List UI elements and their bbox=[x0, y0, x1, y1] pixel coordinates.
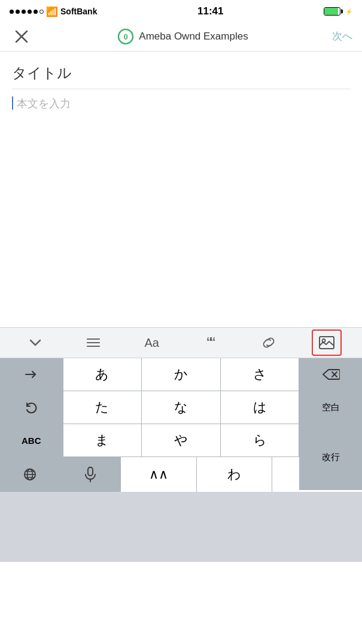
body-input[interactable]: 本文を入力 bbox=[12, 96, 350, 111]
link-icon bbox=[261, 335, 276, 350]
key-ma[interactable]: ま bbox=[63, 424, 142, 456]
keyboard-row-2: た な は 空白 bbox=[0, 391, 362, 424]
key-enter[interactable]: 改行 bbox=[299, 424, 362, 490]
key-space[interactable]: 空白 bbox=[299, 391, 362, 424]
key-undo[interactable] bbox=[0, 391, 63, 424]
close-button[interactable] bbox=[10, 25, 34, 49]
quote-button[interactable]: ““ bbox=[195, 329, 225, 356]
nav-center: 0 Ameba Ownd Examples bbox=[117, 28, 248, 45]
key-a-label: あ bbox=[95, 365, 109, 383]
toolbar: Aa ““ bbox=[0, 327, 362, 358]
collapse-button[interactable] bbox=[20, 329, 50, 356]
keyboard-row-1: あ か さ bbox=[0, 358, 362, 391]
dot2 bbox=[16, 10, 20, 14]
key-space-label: 空白 bbox=[322, 402, 340, 413]
chevron-down-icon bbox=[28, 335, 42, 350]
key-ta-label: た bbox=[95, 398, 109, 416]
key-dakuten[interactable]: ∧∧ bbox=[121, 457, 196, 492]
arrow-right-icon bbox=[25, 369, 38, 380]
content-area: タイトル 本文を入力 bbox=[0, 52, 362, 327]
microphone-icon bbox=[84, 467, 97, 482]
dot4 bbox=[28, 10, 32, 14]
key-sa-label: さ bbox=[253, 365, 267, 383]
dot6 bbox=[39, 10, 44, 14]
key-ra-label: ら bbox=[253, 431, 267, 449]
nav-title: Ameba Ownd Examples bbox=[139, 31, 248, 43]
signal-dots bbox=[10, 10, 44, 14]
backspace-icon bbox=[322, 368, 340, 381]
body-placeholder: 本文を入力 bbox=[17, 96, 71, 111]
status-left: 📶 SoftBank bbox=[10, 6, 97, 17]
font-label: Aa bbox=[145, 336, 159, 350]
key-abc[interactable]: ABC bbox=[0, 424, 63, 456]
key-wa-label: わ bbox=[227, 465, 241, 483]
lightning-icon: ⚡ bbox=[345, 8, 352, 15]
keyboard-row-3: ABC ま や ら 改行 bbox=[0, 424, 362, 457]
globe-icon bbox=[23, 467, 37, 482]
key-mic[interactable] bbox=[60, 457, 121, 492]
status-time: 11:41 bbox=[197, 5, 223, 17]
key-ka-label: か bbox=[174, 365, 188, 383]
key-globe[interactable] bbox=[0, 457, 60, 492]
svg-rect-7 bbox=[320, 337, 334, 349]
ameba-logo-icon: 0 bbox=[117, 28, 134, 45]
status-bar: 📶 SoftBank 11:41 ⚡ bbox=[0, 0, 362, 22]
key-wa[interactable]: わ bbox=[197, 457, 272, 492]
link-button[interactable] bbox=[254, 329, 284, 356]
key-arrow-right[interactable] bbox=[0, 358, 63, 391]
dot3 bbox=[22, 10, 26, 14]
key-na-label: な bbox=[174, 398, 188, 416]
dot5 bbox=[34, 10, 38, 14]
wifi-icon: 📶 bbox=[46, 6, 58, 17]
nav-bar: 0 Ameba Ownd Examples 次へ bbox=[0, 22, 362, 52]
close-icon bbox=[15, 30, 28, 43]
battery-icon bbox=[324, 7, 340, 16]
key-ka[interactable]: か bbox=[142, 358, 221, 391]
dot1 bbox=[10, 10, 14, 14]
key-sa[interactable]: さ bbox=[221, 358, 300, 391]
cursor bbox=[12, 96, 13, 110]
svg-rect-17 bbox=[88, 467, 93, 476]
key-ya-label: や bbox=[174, 431, 188, 449]
next-button[interactable]: 次へ bbox=[332, 29, 352, 43]
carrier-name: SoftBank bbox=[60, 7, 97, 16]
key-ha[interactable]: は bbox=[221, 391, 300, 424]
svg-point-8 bbox=[323, 339, 326, 342]
title-input[interactable]: タイトル bbox=[12, 64, 350, 89]
key-ha-label: は bbox=[253, 398, 267, 416]
image-button[interactable] bbox=[312, 329, 342, 356]
status-right: ⚡ bbox=[324, 7, 352, 16]
battery-fill bbox=[324, 8, 338, 15]
key-abc-label: ABC bbox=[22, 436, 41, 446]
font-button[interactable]: Aa bbox=[137, 329, 167, 356]
key-ma-label: ま bbox=[95, 431, 109, 449]
key-ta[interactable]: た bbox=[63, 391, 142, 424]
svg-text:0: 0 bbox=[124, 32, 128, 41]
list-icon bbox=[86, 336, 101, 349]
key-ya[interactable]: や bbox=[142, 424, 221, 456]
key-delete[interactable] bbox=[299, 358, 362, 391]
undo-icon bbox=[25, 401, 38, 413]
key-a[interactable]: あ bbox=[63, 358, 142, 391]
key-ra[interactable]: ら bbox=[221, 424, 300, 456]
quote-icon: ““ bbox=[207, 334, 214, 352]
key-dakuten-label: ∧∧ bbox=[149, 467, 168, 482]
key-enter-label: 改行 bbox=[322, 452, 340, 463]
keyboard: あ か さ た な は bbox=[0, 358, 362, 562]
list-button[interactable] bbox=[78, 329, 108, 356]
key-na[interactable]: な bbox=[142, 391, 221, 424]
image-icon bbox=[318, 335, 335, 350]
